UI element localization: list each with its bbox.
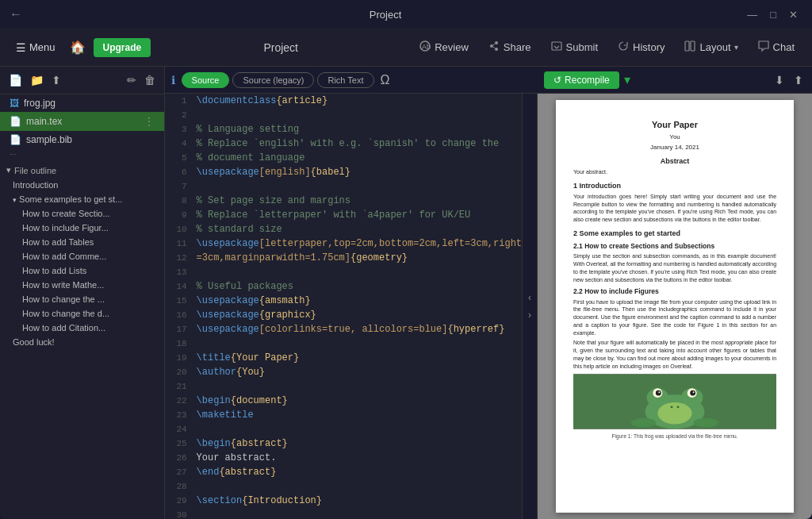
- code-editor[interactable]: 1 \documentclass{article} 2 3 % Language…: [165, 94, 522, 519]
- outline-item-comments[interactable]: How to add Comme...: [0, 249, 164, 263]
- project-title: Project: [155, 41, 406, 54]
- code-line: 10 % standard size: [165, 222, 522, 236]
- svg-text:Ab: Ab: [422, 43, 431, 51]
- layout-button[interactable]: Layout ▾: [676, 37, 745, 58]
- pdf-page: Your Paper You January 14, 2021 Abstract…: [556, 100, 794, 513]
- tab-source[interactable]: Source: [182, 72, 230, 88]
- svg-point-4: [495, 48, 498, 51]
- review-label: Review: [435, 41, 469, 53]
- info-icon: ℹ: [171, 74, 175, 86]
- arrow-right-icon[interactable]: ›: [528, 309, 531, 321]
- file-item-main[interactable]: 📄 main.tex ⋮: [0, 112, 164, 131]
- outline-item-label: How to add Citation...: [22, 323, 105, 333]
- back-button[interactable]: ←: [10, 7, 22, 21]
- code-line: 19 \title{Your Paper}: [165, 351, 522, 365]
- layout-icon: [684, 40, 696, 55]
- titlebar-title: Project: [370, 9, 401, 21]
- pdf-date: January 14, 2021: [573, 143, 776, 152]
- code-line: 21: [165, 379, 522, 394]
- outline-chevron-icon: ▾: [13, 196, 17, 204]
- svg-line-6: [493, 47, 495, 48]
- file-more-menu-icon[interactable]: ⋮: [144, 115, 155, 128]
- history-button[interactable]: History: [609, 37, 672, 58]
- code-line: 13: [165, 265, 522, 279]
- recompile-button[interactable]: ↺ Recompile: [544, 71, 619, 89]
- upgrade-button[interactable]: Upgrade: [94, 38, 151, 57]
- topbar-actions: Ab Review Share Submit History: [411, 37, 802, 58]
- upload-button[interactable]: ⬆: [49, 71, 63, 89]
- outline-item-label: Introduction: [13, 180, 58, 190]
- main-window: ← Project — □ ✕ ☰ Menu 🏠 Upgrade Project…: [0, 0, 812, 519]
- svg-point-2: [490, 44, 493, 48]
- outline-item-label: How to write Mathe...: [22, 280, 104, 290]
- outline-item-change1[interactable]: How to change the ...: [0, 292, 164, 306]
- chat-label: Chat: [773, 41, 795, 53]
- outline-item-examples[interactable]: ▾ Some examples to get st...: [0, 192, 164, 206]
- svg-rect-9: [691, 41, 695, 51]
- menu-button[interactable]: ☰ Menu: [10, 38, 62, 57]
- file-item-frog[interactable]: 🖼 frog.jpg: [0, 94, 164, 112]
- outline-item-label: How to change the ...: [22, 294, 105, 304]
- outline-item-citations[interactable]: How to add Citation...: [0, 321, 164, 335]
- svg-point-24: [676, 406, 679, 408]
- arrow-left-icon[interactable]: ‹: [528, 292, 531, 303]
- menu-icon: ☰: [16, 41, 26, 54]
- svg-point-19: [693, 391, 695, 393]
- minimize-button[interactable]: —: [742, 7, 762, 22]
- code-line: 3 % Language setting: [165, 122, 522, 136]
- pdf-subsec22: 2.2 How to include Figures: [573, 287, 776, 297]
- menu-label: Menu: [29, 41, 56, 53]
- code-line: 16 \usepackage{graphicx}: [165, 308, 522, 322]
- svg-point-22: [657, 402, 691, 425]
- pdf-abstract-text: Your abstract.: [573, 168, 776, 176]
- code-line: 4 % Replace `english' with e.g. `spanish…: [165, 136, 522, 151]
- outline-header[interactable]: ▾ File outline: [0, 160, 164, 178]
- recompile-dropdown-icon[interactable]: ▾: [624, 72, 630, 87]
- open-pdf-button[interactable]: ⬆: [791, 71, 806, 89]
- file-item-bib[interactable]: 📄 sample.bib: [0, 131, 164, 148]
- code-line: 2: [165, 108, 522, 122]
- outline-item-label: How to add Tables: [22, 237, 94, 247]
- outline-item-label: Good luck!: [13, 337, 55, 347]
- code-line: 14 % Useful packages: [165, 279, 522, 294]
- omega-icon[interactable]: Ω: [381, 73, 390, 87]
- submit-button[interactable]: Submit: [542, 37, 606, 58]
- preview-area: ↺ Recompile ▾ ⬇ ⬆ Your Paper You January…: [538, 67, 812, 519]
- outline-item-change2[interactable]: How to change the d...: [0, 306, 164, 321]
- code-line: 7: [165, 179, 522, 194]
- tab-rich-text[interactable]: Rich Text: [317, 72, 373, 88]
- review-button[interactable]: Ab Review: [411, 37, 477, 58]
- outline-item-sections[interactable]: How to create Sectio...: [0, 206, 164, 221]
- outline-item-tables[interactable]: How to add Tables: [0, 235, 164, 249]
- recompile-label: Recompile: [565, 75, 610, 86]
- outline-item-math[interactable]: How to write Mathe...: [0, 278, 164, 292]
- new-folder-button[interactable]: 📁: [28, 71, 46, 89]
- outline-item-figures[interactable]: How to include Figur...: [0, 221, 164, 235]
- code-line: 11 \usepackage[letterpaper,top=2cm,botto…: [165, 236, 522, 251]
- delete-button[interactable]: 🗑: [142, 71, 158, 89]
- maximize-button[interactable]: □: [765, 7, 781, 22]
- close-button[interactable]: ✕: [784, 7, 802, 22]
- titlebar-controls: — □ ✕: [742, 7, 802, 22]
- chat-button[interactable]: Chat: [749, 37, 802, 58]
- edit-button[interactable]: ✏: [124, 71, 139, 89]
- editor-area: ℹ Source Source (legacy) Rich Text Ω 1 \…: [165, 67, 538, 519]
- download-pdf-button[interactable]: ⬇: [772, 71, 787, 89]
- svg-point-23: [671, 406, 673, 408]
- svg-rect-8: [685, 41, 689, 51]
- outline-item-lists[interactable]: How to add Lists: [0, 263, 164, 278]
- home-button[interactable]: 🏠: [67, 37, 89, 58]
- outline-item-label: How to add Comme...: [22, 252, 106, 261]
- share-label: Share: [504, 41, 531, 53]
- split-handle[interactable]: ‹ ›: [522, 94, 538, 519]
- divider: ···: [0, 148, 164, 160]
- outline-item-goodluck[interactable]: Good luck!: [0, 335, 164, 349]
- outline-item-intro[interactable]: Introduction: [0, 178, 164, 192]
- pdf-preview-scroll[interactable]: Your Paper You January 14, 2021 Abstract…: [538, 94, 812, 519]
- tab-source-legacy[interactable]: Source (legacy): [232, 72, 314, 88]
- code-line: 30: [165, 508, 522, 519]
- file-icon-main: 📄: [10, 116, 21, 127]
- share-button[interactable]: Share: [480, 37, 539, 58]
- new-file-button[interactable]: 📄: [6, 71, 25, 89]
- titlebar-left: ←: [10, 7, 29, 21]
